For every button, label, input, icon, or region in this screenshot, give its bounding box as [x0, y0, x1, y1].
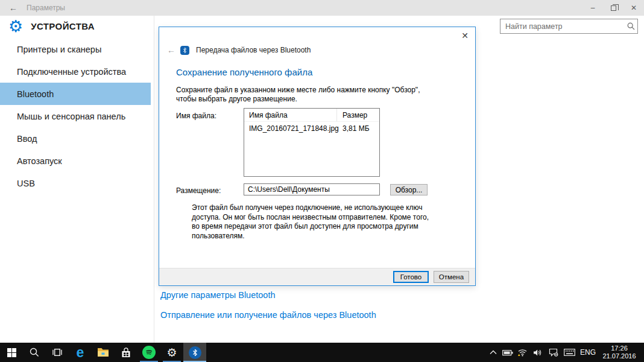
battery-icon[interactable]	[500, 343, 515, 362]
location-input[interactable]	[244, 183, 380, 195]
search-icon	[30, 348, 39, 357]
cancel-button[interactable]: Отмена	[434, 271, 469, 283]
system-tray: ENG 17:26 21.07.2016	[487, 343, 644, 362]
file-explorer-button[interactable]	[92, 343, 115, 362]
bluetooth-links: Другие параметры Bluetooth Отправление и…	[160, 290, 376, 330]
edge-icon: e	[77, 346, 84, 360]
store-button[interactable]	[115, 343, 137, 362]
show-hidden-icons-button[interactable]	[487, 343, 500, 362]
file-name-cell: IMG_20160721_171848.jpg	[244, 124, 337, 133]
minimize-icon[interactable]: –	[582, 0, 603, 16]
volume-icon[interactable]	[530, 343, 545, 362]
spotify-icon	[142, 346, 156, 359]
bluetooth-icon	[180, 46, 189, 55]
content-divider	[154, 16, 154, 343]
link-more-bluetooth-options[interactable]: Другие параметры Bluetooth	[160, 290, 376, 300]
window-title: Параметры	[27, 4, 65, 12]
taskbar: e ⚙	[0, 343, 644, 362]
search-input[interactable]	[500, 22, 624, 31]
clock-time: 17:26	[598, 345, 640, 352]
restore-glyph	[611, 5, 616, 11]
dialog-back-icon[interactable]: ←	[167, 45, 175, 55]
sidebar-item-typing[interactable]: Ввод	[0, 127, 151, 150]
settings-gear-icon: ⚙	[8, 18, 23, 34]
browse-button[interactable]: Обзор...	[390, 184, 428, 195]
clock-date: 21.07.2016	[598, 352, 640, 360]
page-header: ⚙ УСТРОЙСТВА	[8, 18, 95, 34]
start-button[interactable]	[0, 343, 23, 362]
dialog-footer: Готово Отмена	[159, 268, 475, 285]
back-icon[interactable]: ←	[0, 3, 27, 13]
settings-titlebar: ← Параметры – ✕	[0, 0, 644, 16]
taskbar-buttons: e ⚙	[0, 343, 206, 362]
security-warning-text: Этот файл был получен через подключение,…	[192, 203, 432, 241]
column-header-name[interactable]: Имя файла	[244, 109, 337, 121]
settings-search	[500, 19, 638, 34]
file-row[interactable]: IMG_20160721_171848.jpg 3,81 МБ	[244, 122, 379, 135]
task-view-icon	[52, 348, 63, 357]
location-label: Размещение:	[176, 186, 221, 195]
link-send-receive-files[interactable]: Отправление или получение файлов через B…	[160, 310, 376, 320]
spotify-button[interactable]	[137, 343, 160, 362]
sidebar: Принтеры и сканеры Подключенные устройст…	[0, 38, 151, 194]
clock[interactable]: 17:26 21.07.2016	[598, 345, 640, 360]
dialog-intro-text: Сохраните файл в указанном ниже месте ли…	[176, 86, 429, 104]
sidebar-item-printers[interactable]: Принтеры и сканеры	[0, 38, 151, 60]
file-size-cell: 3,81 МБ	[337, 124, 370, 133]
search-icon[interactable]	[624, 22, 637, 30]
sidebar-item-autoplay[interactable]: Автозапуск	[0, 150, 151, 172]
bluetooth-taskbar-button[interactable]	[183, 343, 206, 362]
action-center-icon[interactable]	[545, 343, 561, 362]
touch-keyboard-icon[interactable]	[561, 343, 578, 362]
bluetooth-transfer-dialog: ✕ ← Передача файлов через Bluetooth Сохр…	[159, 27, 476, 286]
taskbar-search-button[interactable]	[23, 343, 46, 362]
page-title: УСТРОЙСТВА	[31, 21, 95, 31]
sidebar-item-usb[interactable]: USB	[0, 172, 151, 194]
task-view-button[interactable]	[46, 343, 69, 362]
dialog-close-icon[interactable]: ✕	[461, 31, 469, 40]
edge-button[interactable]: e	[69, 343, 92, 362]
column-header-size[interactable]: Размер	[337, 111, 367, 119]
restore-icon[interactable]	[603, 0, 623, 16]
wifi-warning-icon[interactable]	[515, 343, 530, 362]
store-icon	[121, 348, 131, 358]
gear-icon: ⚙	[166, 346, 177, 359]
language-indicator[interactable]: ENG	[578, 348, 598, 357]
sidebar-item-mouse-touchpad[interactable]: Мышь и сенсорная панель	[0, 105, 151, 127]
screen: ← Параметры – ✕ ⚙ УСТРОЙСТВА Принтеры и …	[0, 0, 644, 362]
sidebar-item-connected-devices[interactable]: Подключенные устройства	[0, 60, 151, 83]
sidebar-item-bluetooth[interactable]: Bluetooth	[0, 83, 151, 105]
close-icon[interactable]: ✕	[623, 0, 644, 16]
file-list-header: Имя файла Размер	[244, 109, 379, 122]
bluetooth-icon	[189, 346, 201, 359]
dialog-heading: Сохранение полученного файла	[176, 67, 312, 77]
finish-button[interactable]: Готово	[393, 271, 429, 283]
file-list[interactable]: Имя файла Размер IMG_20160721_171848.jpg…	[244, 108, 380, 177]
windows-logo-icon	[7, 348, 16, 357]
dialog-header: ← Передача файлов через Bluetooth	[167, 45, 311, 55]
file-name-label: Имя файла:	[176, 112, 216, 120]
dialog-title: Передача файлов через Bluetooth	[196, 46, 311, 54]
settings-taskbar-button[interactable]: ⚙	[160, 343, 183, 362]
file-explorer-icon	[97, 348, 109, 357]
window-controls: – ✕	[582, 0, 644, 16]
